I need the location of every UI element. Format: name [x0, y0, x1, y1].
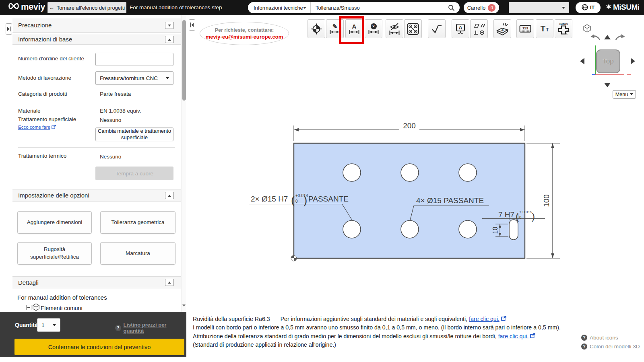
back-to-projects-button[interactable]: ← Tornare all'elenco dei progetti — [47, 2, 126, 13]
search-icon[interactable] — [448, 4, 460, 11]
file-title: For manual addition of tolerances.step — [130, 4, 222, 10]
sidebar-scrollbar[interactable] — [181, 15, 186, 312]
model-colors-link[interactable]: ? Colori dei modelli 3D — [581, 343, 640, 350]
material-standards-link[interactable]: fare clic qui. — [469, 316, 500, 322]
collapse-toggle-opzioni[interactable] — [165, 192, 174, 199]
surface-roughness-button[interactable]: Rugosità superficiale/Rettifica — [17, 242, 92, 265]
viewer-canvas[interactable]: Per richieste, contattare: meviy-eu@misu… — [187, 15, 644, 362]
svg-text:A: A — [501, 28, 504, 32]
misumi-logo[interactable]: MiSUMi — [606, 3, 640, 12]
rotate-left-step-icon[interactable] — [580, 58, 584, 64]
chevron-up-icon — [168, 39, 171, 41]
add-dimensions-button[interactable]: Aggiungere dimensioni — [17, 211, 92, 234]
product-category-label: Categoria di prodotti — [18, 91, 67, 97]
text-size-icon: T T — [541, 24, 549, 33]
contact-email[interactable]: meviy-eu@misumi-europe.com — [206, 34, 283, 40]
holes4-label[interactable]: 4× Ø15 PASSANTE — [416, 196, 484, 205]
scrollbar-thumb[interactable] — [182, 20, 186, 101]
surface-roughness-tool-button[interactable] — [428, 19, 446, 38]
confirm-quote-button[interactable]: Confermare le condizioni del preventivo — [14, 339, 184, 355]
method-select[interactable]: Fresatura/tornitura CNC — [95, 71, 173, 85]
geometric-tolerance-tool-button[interactable] — [470, 19, 488, 38]
heat-treatment-label: Trattamento termico — [18, 153, 66, 159]
dimension-base-icon — [368, 30, 379, 34]
hole[interactable] — [343, 164, 361, 181]
delete-dimension-button[interactable]: × — [365, 19, 382, 38]
rotate-up-icon[interactable] — [604, 35, 611, 39]
slot-hole[interactable] — [509, 220, 518, 240]
change-material-button[interactable]: Cambia materiale e trattamento superfici… — [95, 128, 173, 141]
paren-close: ) — [303, 194, 307, 206]
x-circle-icon: × — [371, 23, 377, 29]
chevron-down-icon — [630, 93, 633, 95]
collapse-toggle-dettagli[interactable] — [165, 279, 174, 286]
hole[interactable] — [459, 164, 477, 181]
hole[interactable] — [401, 164, 419, 181]
hole[interactable] — [401, 220, 419, 238]
add-text-dimension-button[interactable]: A — [345, 19, 363, 38]
engraving-stamp-button[interactable]: A — [493, 19, 511, 38]
pencil-icon: ✎ — [332, 23, 338, 29]
text-size-button[interactable]: T T — [536, 19, 553, 38]
search-input[interactable] — [311, 5, 448, 11]
holes2-suffix[interactable]: PASSANTE — [308, 195, 349, 203]
infinity-logo-icon — [7, 2, 20, 11]
measure-numbers-button[interactable]: 123 — [516, 19, 534, 38]
language-button[interactable]: IT — [576, 2, 601, 13]
datum-target-icon — [310, 23, 322, 35]
howto-link[interactable]: Ecco come fare — [18, 125, 50, 130]
dim-height-label[interactable]: 100 — [542, 194, 551, 207]
note-line-4: (Standard di produzione applicati in rel… — [193, 341, 591, 349]
section-header-informazioni: Informazioni di base — [12, 34, 181, 45]
dim-slot-label[interactable]: 10 — [492, 227, 499, 234]
cad-drawing[interactable]: 200 100 2× Ø15 H7 ( +0.018 0 ) PASSANTE … — [226, 113, 572, 274]
slot-prefix[interactable]: 7 H7 — [498, 210, 514, 219]
expand-panel-handle[interactable] — [6, 23, 12, 35]
holes2-prefix[interactable]: 2× Ø15 H7 — [251, 195, 288, 203]
add-dimension-button[interactable]: ✎ — [326, 19, 344, 38]
roughness-check-icon — [431, 23, 443, 35]
misumi-flower-icon — [606, 3, 612, 12]
dim-width-label[interactable]: 200 — [403, 121, 416, 130]
order-number-input[interactable] — [95, 53, 173, 66]
chevron-down-icon — [166, 77, 169, 79]
six-views-button[interactable]: 6VIEWS — [555, 19, 572, 38]
meviy-logo[interactable]: meviy — [7, 2, 45, 12]
heat-treatment-value: Nessuno — [100, 154, 121, 160]
rotate-right-step-icon[interactable] — [631, 58, 635, 64]
rotate-left-icon[interactable] — [589, 34, 601, 44]
hide-dimension-button[interactable] — [386, 19, 403, 38]
paren-open: ( — [291, 194, 295, 206]
search-category-dropdown[interactable]: Informazioni tecniche — [248, 2, 311, 13]
hole-pattern-button[interactable] — [404, 19, 422, 38]
datum-target-button[interactable] — [308, 19, 325, 38]
origin-marker — [291, 255, 297, 261]
note-line-2: I modelli con bordo pari o inferiore a 0… — [193, 323, 591, 332]
marking-button[interactable]: Marcatura — [100, 242, 175, 265]
cart-button[interactable]: Carrello 0 — [464, 2, 499, 13]
geometric-tolerance-button[interactable]: Tolleranza geometrica — [100, 211, 175, 234]
rotate-right-icon[interactable] — [615, 34, 627, 44]
hole[interactable] — [459, 220, 477, 238]
rotate-down-icon[interactable] — [604, 83, 611, 87]
tolerance-standards-link[interactable]: fare clic qui. — [498, 333, 529, 339]
material-value: EN 1.0038 equiv. — [100, 108, 141, 114]
view-menu-button[interactable]: Menu — [613, 90, 636, 99]
about-icons-link[interactable]: ? About icons — [581, 335, 618, 341]
price-list-link[interactable]: Listino prezzi per quantità — [124, 322, 186, 334]
quantity-select[interactable]: 1 — [37, 318, 60, 332]
collapse-toggle-precauzione[interactable] — [165, 22, 174, 29]
collapse-toggle-informazioni[interactable] — [165, 36, 174, 43]
tree-collapse-icon[interactable] — [26, 304, 31, 312]
cube-icon[interactable] — [583, 24, 591, 34]
hole[interactable] — [343, 220, 361, 238]
chevron-down-icon — [53, 324, 56, 326]
viewcube-top-face[interactable]: Top — [596, 49, 620, 73]
tree-item-elementi-comuni[interactable]: Elementi comuni — [26, 303, 83, 313]
project-select-dropdown[interactable] — [509, 2, 569, 13]
six-views-icon: 6VIEWS — [557, 22, 570, 35]
marking-sign-button[interactable]: A — [452, 19, 469, 38]
bar-chevron-left-icon — [190, 23, 194, 27]
collapse-panel-handle[interactable] — [189, 19, 195, 31]
top-bar: meviy ← Tornare all'elenco dei progetti … — [0, 0, 644, 15]
